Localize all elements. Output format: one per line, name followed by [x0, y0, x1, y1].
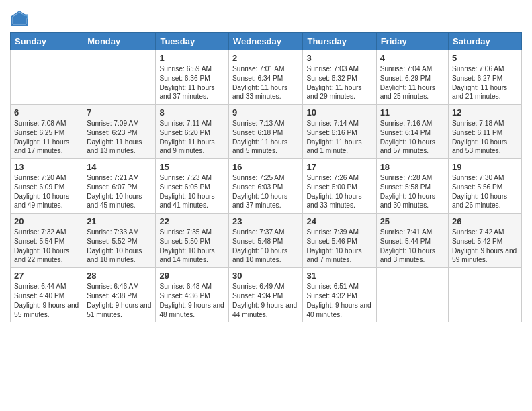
day-content: Sunrise: 7:04 AM Sunset: 6:29 PM Dayligh…: [380, 64, 445, 101]
day-content: Sunrise: 7:28 AM Sunset: 5:58 PM Dayligh…: [380, 173, 445, 210]
page: SundayMondayTuesdayWednesdayThursdayFrid…: [0, 0, 532, 411]
day-number: 26: [452, 216, 518, 226]
day-content: Sunrise: 7:25 AM Sunset: 6:03 PM Dayligh…: [232, 173, 299, 210]
header-day-saturday: Saturday: [449, 33, 522, 50]
day-content: Sunrise: 7:32 AM Sunset: 5:54 PM Dayligh…: [14, 228, 79, 265]
header-day-friday: Friday: [376, 33, 448, 50]
calendar-cell: 16Sunrise: 7:25 AM Sunset: 6:03 PM Dayli…: [229, 159, 303, 214]
calendar-cell: 22Sunrise: 7:35 AM Sunset: 5:50 PM Dayli…: [156, 214, 229, 268]
header-day-wednesday: Wednesday: [229, 33, 303, 50]
calendar-cell: 29Sunrise: 6:48 AM Sunset: 4:36 PM Dayli…: [156, 268, 229, 322]
day-number: 16: [232, 162, 299, 172]
calendar-cell: 15Sunrise: 7:23 AM Sunset: 6:05 PM Dayli…: [156, 159, 229, 214]
calendar-cell: 9Sunrise: 7:13 AM Sunset: 6:18 PM Daylig…: [229, 105, 303, 159]
calendar-cell: 24Sunrise: 7:39 AM Sunset: 5:46 PM Dayli…: [303, 214, 376, 268]
day-number: 25: [380, 216, 445, 226]
calendar-cell: 17Sunrise: 7:26 AM Sunset: 6:00 PM Dayli…: [303, 159, 376, 214]
day-content: Sunrise: 6:46 AM Sunset: 4:38 PM Dayligh…: [87, 282, 152, 319]
day-number: 30: [232, 271, 299, 281]
calendar-cell: 2Sunrise: 7:01 AM Sunset: 6:34 PM Daylig…: [229, 50, 303, 105]
day-content: Sunrise: 7:21 AM Sunset: 6:07 PM Dayligh…: [87, 173, 152, 210]
day-number: 14: [87, 162, 152, 172]
day-content: Sunrise: 7:33 AM Sunset: 5:52 PM Dayligh…: [87, 228, 152, 265]
day-content: Sunrise: 7:42 AM Sunset: 5:42 PM Dayligh…: [452, 228, 518, 265]
day-number: 20: [14, 216, 79, 226]
calendar-cell: 11Sunrise: 7:16 AM Sunset: 6:14 PM Dayli…: [376, 105, 448, 159]
calendar-cell: [376, 268, 448, 322]
day-content: Sunrise: 6:48 AM Sunset: 4:36 PM Dayligh…: [159, 282, 225, 319]
calendar: SundayMondayTuesdayWednesdayThursdayFrid…: [10, 32, 522, 322]
calendar-cell: 20Sunrise: 7:32 AM Sunset: 5:54 PM Dayli…: [11, 214, 83, 268]
day-number: 3: [306, 53, 372, 63]
calendar-cell: 4Sunrise: 7:04 AM Sunset: 6:29 PM Daylig…: [376, 50, 448, 105]
day-content: Sunrise: 7:30 AM Sunset: 5:56 PM Dayligh…: [452, 173, 518, 210]
day-number: 27: [14, 271, 79, 281]
calendar-cell: 5Sunrise: 7:06 AM Sunset: 6:27 PM Daylig…: [449, 50, 522, 105]
svg-marker-0: [11, 11, 28, 26]
day-number: 10: [306, 107, 372, 118]
day-content: Sunrise: 6:59 AM Sunset: 6:36 PM Dayligh…: [159, 64, 225, 101]
day-content: Sunrise: 7:41 AM Sunset: 5:44 PM Dayligh…: [380, 228, 445, 265]
day-content: Sunrise: 7:09 AM Sunset: 6:23 PM Dayligh…: [87, 119, 152, 156]
day-number: 31: [306, 271, 372, 281]
day-number: 21: [87, 216, 152, 226]
day-content: Sunrise: 7:08 AM Sunset: 6:25 PM Dayligh…: [14, 119, 79, 156]
day-content: Sunrise: 7:20 AM Sunset: 6:09 PM Dayligh…: [14, 173, 79, 210]
calendar-week-5: 27Sunrise: 6:44 AM Sunset: 4:40 PM Dayli…: [11, 268, 522, 322]
calendar-cell: 30Sunrise: 6:49 AM Sunset: 4:34 PM Dayli…: [229, 268, 303, 322]
calendar-cell: 8Sunrise: 7:11 AM Sunset: 6:20 PM Daylig…: [156, 105, 229, 159]
calendar-cell: 28Sunrise: 6:46 AM Sunset: 4:38 PM Dayli…: [83, 268, 156, 322]
day-number: 19: [452, 162, 518, 172]
day-content: Sunrise: 7:39 AM Sunset: 5:46 PM Dayligh…: [306, 228, 372, 265]
day-content: Sunrise: 7:03 AM Sunset: 6:32 PM Dayligh…: [306, 64, 372, 101]
day-number: 29: [159, 271, 225, 281]
calendar-cell: 14Sunrise: 7:21 AM Sunset: 6:07 PM Dayli…: [83, 159, 156, 214]
day-content: Sunrise: 7:37 AM Sunset: 5:48 PM Dayligh…: [232, 228, 299, 265]
header-day-tuesday: Tuesday: [156, 33, 229, 50]
day-content: Sunrise: 7:23 AM Sunset: 6:05 PM Dayligh…: [159, 173, 225, 210]
day-number: 22: [159, 216, 225, 226]
calendar-cell: 27Sunrise: 6:44 AM Sunset: 4:40 PM Dayli…: [11, 268, 83, 322]
calendar-cell: 23Sunrise: 7:37 AM Sunset: 5:48 PM Dayli…: [229, 214, 303, 268]
day-content: Sunrise: 7:18 AM Sunset: 6:11 PM Dayligh…: [452, 119, 518, 156]
calendar-header-row: SundayMondayTuesdayWednesdayThursdayFrid…: [11, 33, 522, 50]
day-number: 23: [232, 216, 299, 226]
header-day-thursday: Thursday: [303, 33, 376, 50]
calendar-cell: 31Sunrise: 6:51 AM Sunset: 4:32 PM Dayli…: [303, 268, 376, 322]
calendar-cell: [449, 268, 522, 322]
calendar-week-2: 6Sunrise: 7:08 AM Sunset: 6:25 PM Daylig…: [11, 105, 522, 159]
calendar-cell: 18Sunrise: 7:28 AM Sunset: 5:58 PM Dayli…: [376, 159, 448, 214]
calendar-cell: 1Sunrise: 6:59 AM Sunset: 6:36 PM Daylig…: [156, 50, 229, 105]
calendar-week-4: 20Sunrise: 7:32 AM Sunset: 5:54 PM Dayli…: [11, 214, 522, 268]
header: [10, 7, 522, 28]
day-content: Sunrise: 7:11 AM Sunset: 6:20 PM Dayligh…: [159, 119, 225, 156]
calendar-cell: 3Sunrise: 7:03 AM Sunset: 6:32 PM Daylig…: [303, 50, 376, 105]
calendar-cell: 7Sunrise: 7:09 AM Sunset: 6:23 PM Daylig…: [83, 105, 156, 159]
calendar-cell: 13Sunrise: 7:20 AM Sunset: 6:09 PM Dayli…: [11, 159, 83, 214]
calendar-week-3: 13Sunrise: 7:20 AM Sunset: 6:09 PM Dayli…: [11, 159, 522, 214]
day-number: 11: [380, 107, 445, 118]
calendar-cell: 6Sunrise: 7:08 AM Sunset: 6:25 PM Daylig…: [11, 105, 83, 159]
calendar-cell: 25Sunrise: 7:41 AM Sunset: 5:44 PM Dayli…: [376, 214, 448, 268]
logo-icon: [10, 9, 29, 28]
day-number: 2: [232, 53, 299, 63]
calendar-cell: [11, 50, 83, 105]
day-content: Sunrise: 7:13 AM Sunset: 6:18 PM Dayligh…: [232, 119, 299, 156]
calendar-cell: 12Sunrise: 7:18 AM Sunset: 6:11 PM Dayli…: [449, 105, 522, 159]
day-number: 12: [452, 107, 518, 118]
calendar-cell: 19Sunrise: 7:30 AM Sunset: 5:56 PM Dayli…: [449, 159, 522, 214]
header-day-sunday: Sunday: [11, 33, 83, 50]
day-number: 7: [87, 107, 152, 118]
day-content: Sunrise: 7:06 AM Sunset: 6:27 PM Dayligh…: [452, 64, 518, 101]
day-content: Sunrise: 6:44 AM Sunset: 4:40 PM Dayligh…: [14, 282, 79, 319]
day-number: 13: [14, 162, 79, 172]
day-content: Sunrise: 7:14 AM Sunset: 6:16 PM Dayligh…: [306, 119, 372, 156]
day-content: Sunrise: 7:35 AM Sunset: 5:50 PM Dayligh…: [159, 228, 225, 265]
day-number: 5: [452, 53, 518, 63]
day-number: 1: [159, 53, 225, 63]
logo: [10, 9, 30, 28]
day-content: Sunrise: 6:51 AM Sunset: 4:32 PM Dayligh…: [306, 282, 372, 319]
day-number: 17: [306, 162, 372, 172]
calendar-week-1: 1Sunrise: 6:59 AM Sunset: 6:36 PM Daylig…: [11, 50, 522, 105]
calendar-cell: 10Sunrise: 7:14 AM Sunset: 6:16 PM Dayli…: [303, 105, 376, 159]
